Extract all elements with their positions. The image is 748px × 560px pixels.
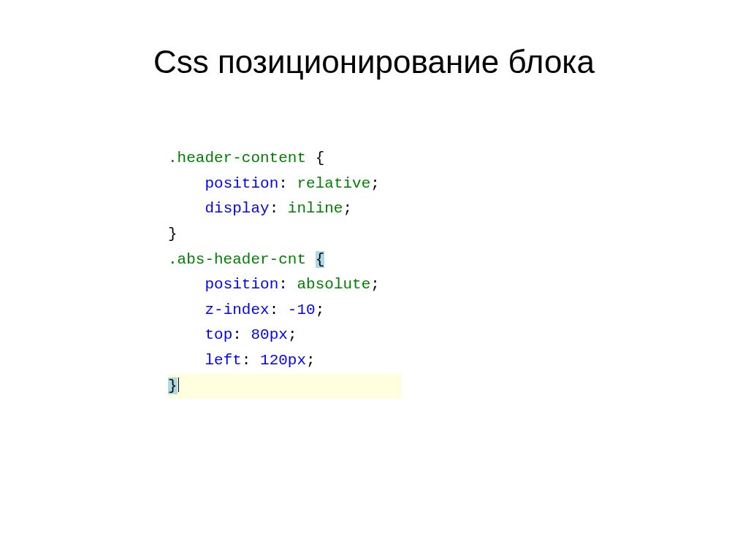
- code-line: left: 120px;: [168, 348, 748, 374]
- code-line: display: inline;: [168, 196, 748, 222]
- css-property: position: [205, 276, 278, 293]
- text-cursor-icon: [178, 377, 179, 392]
- code-line: position: absolute;: [168, 272, 748, 298]
- slide: Css позиционирование блока .header-conte…: [0, 0, 748, 560]
- css-property: left: [205, 352, 241, 369]
- close-brace: }: [168, 226, 178, 242]
- open-brace: {: [316, 150, 325, 166]
- css-value: -10: [288, 302, 316, 318]
- close-brace-highlighted: }: [168, 377, 178, 394]
- code-line: .header-content {: [168, 146, 748, 172]
- css-property: position: [205, 175, 278, 192]
- code-line: }: [168, 222, 748, 248]
- open-brace-highlighted: {: [316, 251, 325, 268]
- css-code-block: .header-content { position: relative; di…: [168, 146, 748, 399]
- css-property: display: [205, 200, 269, 217]
- css-value: 120px: [260, 352, 306, 369]
- code-line: position: relative;: [168, 172, 748, 197]
- code-line: .abs-header-cnt {: [168, 248, 748, 273]
- code-line-active: }: [168, 374, 748, 399]
- code-line: top: 80px;: [168, 323, 748, 348]
- css-value: relative: [297, 175, 370, 192]
- css-selector: .header-content: [168, 150, 306, 166]
- css-property: top: [205, 326, 232, 343]
- code-line: z-index: -10;: [168, 298, 748, 323]
- css-value: absolute: [297, 276, 370, 293]
- css-value: 80px: [251, 326, 287, 343]
- slide-title: Css позиционирование блока: [0, 44, 748, 80]
- css-property: z-index: [205, 302, 269, 318]
- css-selector: .abs-header-cnt: [168, 251, 306, 268]
- css-value: inline: [288, 200, 343, 217]
